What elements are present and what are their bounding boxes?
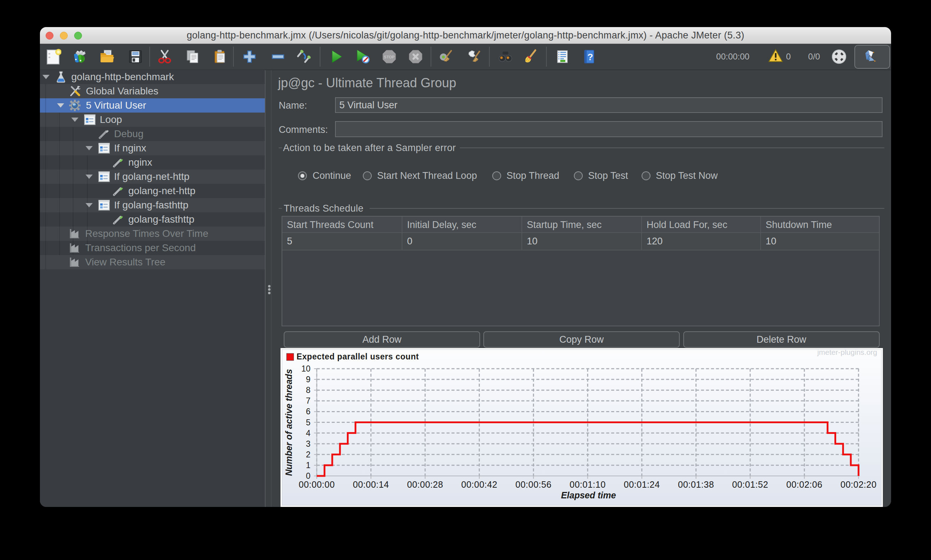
svg-text:?: ?	[587, 52, 593, 62]
svg-text:10: 10	[301, 364, 310, 373]
svg-text:00:01:10: 00:01:10	[570, 480, 606, 489]
svg-text:3: 3	[306, 439, 310, 449]
svg-text:1: 1	[306, 461, 310, 470]
svg-text:Expected parallel users count: Expected parallel users count	[296, 352, 419, 361]
svg-text:00:01:52: 00:01:52	[732, 480, 768, 489]
svg-text:4: 4	[306, 429, 310, 438]
svg-text:Elapsed time: Elapsed time	[561, 490, 616, 500]
svg-text:6: 6	[306, 407, 310, 416]
svg-text:00:00:14: 00:00:14	[353, 480, 389, 489]
svg-text:00:01:38: 00:01:38	[678, 480, 714, 489]
svg-text:8: 8	[306, 385, 310, 395]
svg-text:Number of active threads: Number of active threads	[284, 369, 294, 476]
svg-text:00:01:24: 00:01:24	[624, 480, 660, 489]
svg-text:00:00:56: 00:00:56	[515, 480, 552, 489]
svg-text:00:00:28: 00:00:28	[407, 480, 443, 489]
svg-text:jmeter-plugins.org: jmeter-plugins.org	[817, 349, 877, 356]
svg-text:2: 2	[306, 450, 310, 459]
svg-text:5: 5	[306, 418, 310, 427]
svg-text:7: 7	[306, 396, 310, 405]
svg-text:00:00:00: 00:00:00	[299, 480, 335, 489]
svg-text:00:00:42: 00:00:42	[461, 480, 497, 489]
svg-text:00:02:06: 00:02:06	[786, 480, 822, 489]
svg-text:9: 9	[306, 375, 310, 384]
svg-text:STOP: STOP	[384, 55, 395, 59]
svg-text:00:02:20: 00:02:20	[840, 480, 877, 489]
